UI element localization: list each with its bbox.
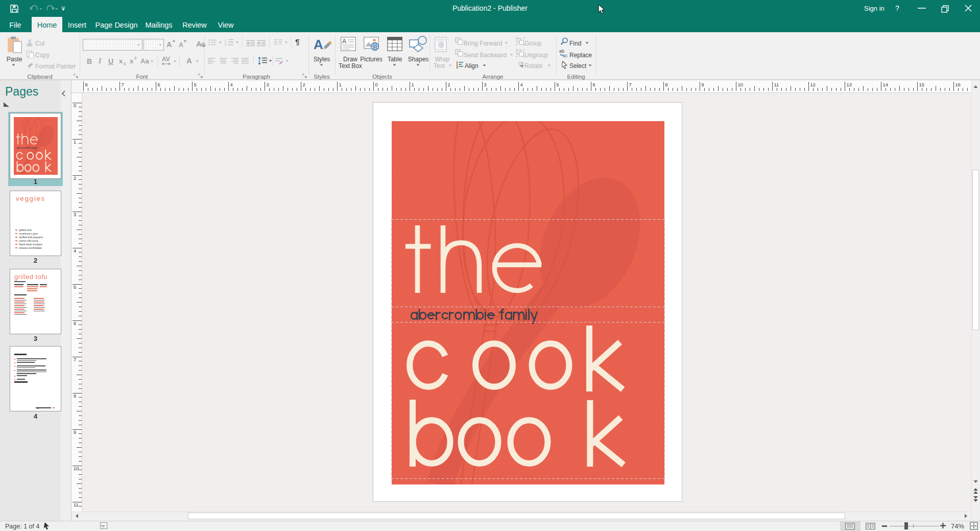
- svg-text:15: 15: [919, 82, 924, 87]
- svg-text:11: 11: [774, 82, 779, 87]
- svg-text:16: 16: [955, 82, 961, 87]
- svg-text:1: 1: [411, 82, 414, 87]
- svg-text:3: 3: [484, 82, 486, 87]
- svg-text:7: 7: [121, 82, 124, 87]
- svg-text:10: 10: [737, 82, 743, 87]
- svg-text:11: 11: [74, 502, 79, 507]
- svg-text:2: 2: [302, 82, 305, 87]
- svg-text:8: 8: [665, 82, 667, 87]
- svg-text:5: 5: [194, 82, 196, 87]
- svg-text:2: 2: [447, 82, 450, 87]
- svg-text:9: 9: [74, 429, 76, 435]
- svg-text:3: 3: [74, 212, 76, 217]
- svg-text:1: 1: [74, 139, 76, 145]
- svg-text:0: 0: [375, 82, 377, 87]
- svg-text:3: 3: [266, 82, 269, 87]
- svg-text:6: 6: [74, 320, 76, 326]
- svg-text:0: 0: [74, 103, 76, 108]
- svg-text:6: 6: [157, 82, 160, 87]
- svg-text:4: 4: [520, 82, 522, 87]
- svg-text:8: 8: [85, 82, 87, 87]
- svg-text:2: 2: [74, 175, 76, 181]
- svg-text:13: 13: [846, 82, 852, 87]
- svg-text:5: 5: [556, 82, 559, 87]
- svg-text:1: 1: [339, 82, 341, 87]
- svg-text:12: 12: [810, 82, 816, 87]
- svg-text:xy: xy: [101, 524, 105, 528]
- svg-text:8: 8: [74, 393, 76, 399]
- svg-text:4: 4: [230, 82, 232, 87]
- svg-text:6: 6: [592, 82, 595, 87]
- svg-text:9: 9: [701, 82, 704, 87]
- svg-text:7: 7: [629, 82, 631, 87]
- svg-text:7: 7: [74, 357, 76, 362]
- svg-text:10: 10: [74, 466, 79, 471]
- svg-text:5: 5: [74, 284, 76, 290]
- svg-text:4: 4: [74, 248, 76, 253]
- svg-text:14: 14: [882, 82, 888, 87]
